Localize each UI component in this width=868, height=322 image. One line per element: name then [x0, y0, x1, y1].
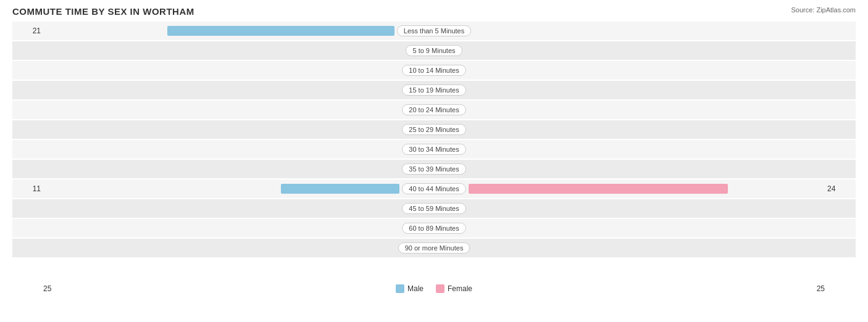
legend-center: Male Female [396, 284, 472, 293]
female-bar-container [469, 183, 825, 195]
row-label: 45 to 59 Minutes [402, 203, 465, 214]
female-swatch [436, 284, 444, 293]
legend-left-value: 25 [43, 284, 68, 293]
table-row: 35 to 39 Minutes [12, 160, 856, 178]
female-bar-container [469, 104, 825, 116]
male-label: Male [407, 284, 424, 293]
male-bar-container [43, 202, 399, 215]
row-label: 40 to 44 Minutes [402, 183, 465, 194]
row-label: 5 to 9 Minutes [406, 45, 462, 56]
male-bar-container [43, 143, 399, 155]
female-label: Female [448, 284, 472, 293]
male-bar-container [43, 84, 399, 96]
row-label: 90 or more Minutes [398, 242, 470, 254]
female-bar-container [469, 202, 825, 215]
table-row: 5 to 9 Minutes [12, 41, 856, 60]
bars-center: 25 to 29 Minutes [43, 120, 825, 139]
bars-center: 10 to 14 Minutes [43, 61, 825, 80]
table-row: 21Less than 5 Minutes [12, 22, 856, 40]
row-label: 30 to 34 Minutes [402, 144, 465, 155]
table-row: 60 to 89 Minutes [12, 219, 856, 237]
table-row: 1140 to 44 Minutes24 [12, 180, 856, 198]
row-label: 25 to 29 Minutes [402, 124, 465, 135]
female-bar-container [465, 44, 825, 57]
male-swatch [396, 284, 404, 293]
row-label: 20 to 24 Minutes [402, 104, 465, 115]
row-label: 60 to 89 Minutes [402, 223, 465, 234]
table-row: 25 to 29 Minutes [12, 120, 856, 139]
source-text: Source: ZipAtlas.com [791, 6, 856, 14]
female-bar-container [469, 123, 825, 136]
bars-center: 45 to 59 Minutes [43, 199, 825, 218]
table-row: 20 to 24 Minutes [12, 101, 856, 119]
male-value: 21 [12, 27, 43, 35]
bars-center: 60 to 89 Minutes [43, 219, 825, 237]
chart-container: COMMUTE TIME BY SEX IN WORTHAM Source: Z… [0, 0, 868, 322]
legend-right-value: 25 [800, 284, 825, 293]
female-bar-container [469, 84, 825, 96]
table-row: 10 to 14 Minutes [12, 61, 856, 80]
male-bar-container [43, 222, 399, 234]
bars-center: 5 to 9 Minutes [43, 41, 825, 60]
row-label: 15 to 19 Minutes [402, 85, 465, 96]
row-label: 35 to 39 Minutes [402, 163, 465, 175]
male-bar [281, 184, 400, 194]
chart-area: 21Less than 5 Minutes5 to 9 Minutes10 to… [12, 22, 856, 281]
bars-center: 90 or more Minutes [43, 239, 825, 257]
bars-center: 40 to 44 Minutes [43, 180, 825, 198]
female-bar-container [469, 222, 825, 234]
bars-center: 15 to 19 Minutes [43, 81, 825, 99]
male-bar-container [43, 183, 399, 195]
female-bar-container [469, 64, 825, 76]
female-bar-container [469, 143, 825, 155]
male-value: 11 [12, 184, 43, 193]
table-row: 45 to 59 Minutes [12, 199, 856, 218]
bars-center: 35 to 39 Minutes [43, 160, 825, 178]
bars-center: Less than 5 Minutes [43, 22, 825, 40]
male-bar-container [43, 163, 399, 175]
legend-female: Female [436, 284, 472, 293]
legend-area: 25 Male Female 25 [12, 284, 856, 293]
chart-title: COMMUTE TIME BY SEX IN WORTHAM [12, 6, 856, 17]
female-bar-container [472, 242, 825, 254]
male-bar [167, 26, 394, 36]
female-bar-container [469, 163, 825, 175]
male-bar-container [43, 44, 403, 57]
bars-center: 20 to 24 Minutes [43, 101, 825, 119]
female-bar-container [474, 25, 825, 37]
male-bar-container [43, 64, 399, 76]
male-bar-container [43, 242, 396, 254]
legend-male: Male [396, 284, 424, 293]
row-label: Less than 5 Minutes [397, 25, 471, 36]
bars-center: 30 to 34 Minutes [43, 140, 825, 159]
male-bar-container [43, 104, 399, 116]
row-label: 10 to 14 Minutes [402, 65, 465, 76]
female-bar [469, 184, 728, 194]
male-bar-container [43, 25, 394, 37]
male-bar-container [43, 123, 399, 136]
female-value: 24 [825, 184, 856, 193]
table-row: 15 to 19 Minutes [12, 81, 856, 99]
table-row: 30 to 34 Minutes [12, 140, 856, 159]
table-row: 90 or more Minutes [12, 239, 856, 257]
